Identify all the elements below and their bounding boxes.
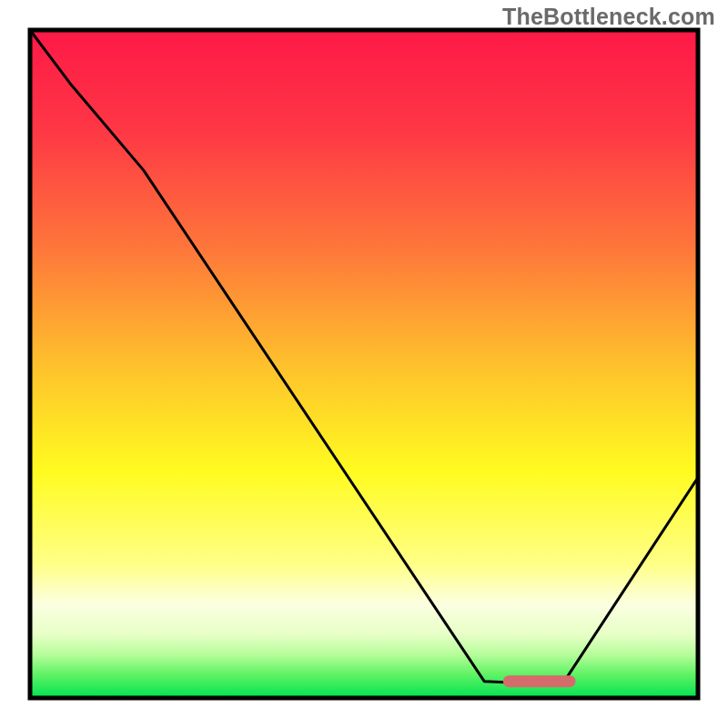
plot-background bbox=[30, 30, 698, 698]
attribution-text: TheBottleneck.com bbox=[502, 4, 715, 30]
chart-svg bbox=[0, 0, 728, 728]
bottleneck-chart: TheBottleneck.com bbox=[0, 0, 728, 728]
